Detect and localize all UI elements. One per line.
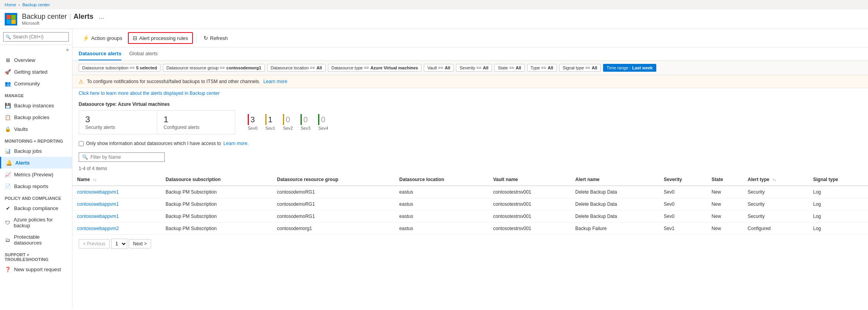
filter-resource-group[interactable]: Datasource resource group == contosodemo… — [163, 64, 265, 72]
col-header-state: State — [707, 174, 743, 186]
sidebar-item-alerts[interactable]: 🔔 Alerts — [0, 157, 72, 169]
next-page-label: Next > — [133, 241, 147, 247]
sidebar-item-new-support[interactable]: ❓ New support request — [0, 263, 72, 275]
datasource-access-checkbox[interactable] — [79, 141, 84, 146]
sidebar-item-overview[interactable]: ⊞ Overview — [0, 54, 72, 66]
filter-signal-type[interactable]: Signal type == All — [559, 64, 601, 72]
sidebar-item-vaults[interactable]: 🔒 Vaults — [0, 123, 72, 135]
col-header-severity: Severity — [659, 174, 707, 186]
vaults-icon: 🔒 — [5, 126, 11, 132]
filter-name-input[interactable] — [90, 154, 161, 160]
protectable-icon: 🗂 — [5, 237, 11, 243]
alert-processing-rules-button[interactable]: ⊟ Alert processing rules — [128, 32, 193, 44]
ellipsis-button[interactable]: ... — [99, 13, 104, 20]
sidebar-item-backup-jobs[interactable]: 📊 Backup jobs — [0, 145, 72, 157]
sidebar-item-community[interactable]: 👥 Community — [0, 78, 72, 89]
col-header-subscription: Datasource subscription — [161, 174, 272, 186]
cell-alert-name-0: Delete Backup Data — [571, 186, 659, 198]
filter-state[interactable]: State == All — [494, 64, 525, 72]
sidebar-search-container: 🔍 — [0, 29, 72, 45]
action-groups-button[interactable]: ⚡ Action groups — [79, 33, 126, 43]
filter-time-range[interactable]: Time range : Last week — [603, 64, 656, 72]
sidebar-item-getting-started[interactable]: 🚀 Getting started — [0, 66, 72, 78]
sidebar-item-backup-reports[interactable]: 📄 Backup reports — [0, 180, 72, 192]
tab-global[interactable]: Global alerts — [129, 47, 158, 60]
table-row[interactable]: contosowebappvm1 Backup PM Subscription … — [72, 210, 868, 223]
cell-vault-2: contosotestrsv001 — [488, 210, 571, 223]
section-manage: Manage — [0, 89, 72, 100]
learn-more-link[interactable]: Click here to learn more about the alert… — [79, 91, 220, 96]
sidebar-label-azure-policies: Azure policies for backup — [14, 217, 67, 228]
next-page-button[interactable]: Next > — [129, 239, 151, 248]
filter-name-row: 🔍 — [72, 149, 868, 165]
table-container: Name ↑↓ Datasource subscription Datasour… — [72, 174, 868, 235]
cell-alert-type-1: Security — [743, 198, 809, 210]
cell-subscription-2: Backup PM Subscription — [161, 210, 272, 223]
breadcrumb-home[interactable]: Home — [5, 2, 16, 7]
backup-reports-icon: 📄 — [5, 183, 11, 189]
filter-severity[interactable]: Severity == All — [456, 64, 492, 72]
cell-state-3: New — [707, 223, 743, 235]
table-row[interactable]: contosowebappvm1 Backup PM Subscription … — [72, 186, 868, 198]
app-header: Backup center | Alerts ... Microsoft — [0, 9, 868, 29]
sidebar-label-protectable: Protectable datasources — [14, 234, 67, 246]
app-subtitle: Microsoft — [22, 21, 104, 25]
cell-subscription-1: Backup PM Subscription — [161, 198, 272, 210]
sidebar-label-backup-compliance: Backup compliance — [14, 205, 58, 211]
page-title: Alerts — [74, 13, 94, 21]
sidebar-item-azure-policies[interactable]: 🛡 Azure policies for backup — [0, 214, 72, 231]
col-header-alert-name: Alert name — [571, 174, 659, 186]
cell-state-1: New — [707, 198, 743, 210]
breadcrumb-sep: › — [18, 2, 20, 7]
filter-datasource-type[interactable]: Datasource type == Azure Virtual machine… — [328, 64, 421, 72]
filter-subscription[interactable]: Datasource subscription == 5 selected — [79, 64, 160, 72]
severity-bar-sev1: 1 Sev1 — [265, 114, 275, 131]
backup-instances-icon: 💾 — [5, 102, 11, 109]
alert-processing-label: Alert processing rules — [139, 35, 188, 41]
breadcrumb-section[interactable]: Backup center — [22, 2, 50, 7]
filter-vault[interactable]: Vault == All — [424, 64, 454, 72]
backup-policies-icon: 📋 — [5, 114, 11, 120]
refresh-label: Refresh — [210, 35, 228, 41]
sidebar-label-metrics: Metrics (Preview) — [14, 172, 53, 178]
cell-name-1[interactable]: contosowebappvm1 — [72, 198, 161, 210]
sidebar-label-new-support: New support request — [14, 266, 61, 272]
sidebar-item-backup-compliance[interactable]: ✔ Backup compliance — [0, 202, 72, 214]
refresh-button[interactable]: ↻ Refresh — [200, 33, 232, 43]
filter-location[interactable]: Datasource location == All — [267, 64, 326, 72]
sidebar-label-getting-started: Getting started — [14, 69, 47, 75]
table-row[interactable]: contosowebappvm1 Backup PM Subscription … — [72, 198, 868, 210]
col-header-name[interactable]: Name ↑↓ — [72, 174, 161, 186]
cell-name-3[interactable]: contosowebappvm2 — [72, 223, 161, 235]
sidebar-item-backup-policies[interactable]: 📋 Backup policies — [0, 111, 72, 123]
tab-datasource[interactable]: Datasource alerts — [79, 47, 121, 60]
cell-alert-type-3: Configured — [743, 223, 809, 235]
cell-name-0[interactable]: contosowebappvm1 — [72, 186, 161, 198]
overview-icon: ⊞ — [5, 57, 11, 63]
summary-card-security: 3 Security alerts — [79, 110, 157, 134]
sidebar-item-backup-instances[interactable]: 💾 Backup instances — [0, 100, 72, 111]
sidebar-label-overview: Overview — [14, 57, 35, 63]
cell-name-2[interactable]: contosowebappvm1 — [72, 210, 161, 223]
checkbox-label: Only show information about datasources … — [86, 141, 221, 146]
sidebar-label-backup-jobs: Backup jobs — [14, 148, 42, 154]
col-header-alert-type[interactable]: Alert type ↑↓ — [743, 174, 809, 186]
page-number-select[interactable]: 1 — [111, 239, 127, 249]
summary-card-configured: 1 Configured alerts — [157, 110, 235, 134]
table-row[interactable]: contosowebappvm2 Backup PM Subscription … — [72, 223, 868, 235]
search-input[interactable] — [3, 32, 69, 42]
cell-subscription-0: Backup PM Subscription — [161, 186, 272, 198]
filter-type[interactable]: Type == All — [527, 64, 557, 72]
info-banner-link[interactable]: Learn more — [263, 79, 287, 84]
checkbox-learn-link[interactable]: Learn more. — [223, 141, 249, 146]
cell-severity-2: Sev0 — [659, 210, 707, 223]
cell-location-3: eastus — [394, 223, 488, 235]
sidebar-item-metrics[interactable]: 📈 Metrics (Preview) — [0, 169, 72, 180]
sidebar-label-backup-instances: Backup instances — [14, 103, 54, 109]
sidebar-item-protectable[interactable]: 🗂 Protectable datasources — [0, 231, 72, 248]
prev-page-button[interactable]: < Previous — [79, 239, 110, 248]
toolbar: ⚡ Action groups ⊟ Alert processing rules… — [72, 29, 868, 47]
filters-container: Datasource subscription == 5 selected Da… — [72, 61, 868, 75]
metrics-icon: 📈 — [5, 171, 11, 178]
collapse-sidebar-button[interactable]: « — [0, 45, 72, 54]
